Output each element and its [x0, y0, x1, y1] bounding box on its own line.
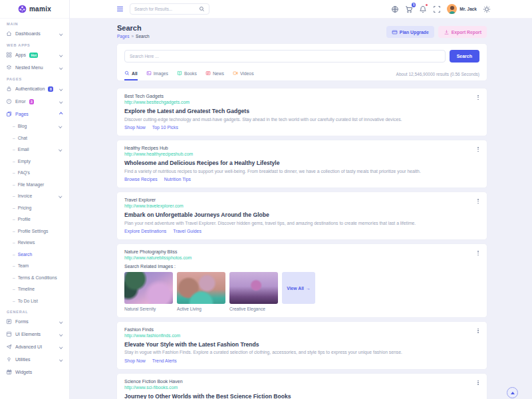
user-menu[interactable]: Mr. Jack [447, 4, 477, 14]
related-image-thumbnail[interactable] [124, 272, 173, 304]
sidebar-item-dashboards[interactable]: Dashboards [0, 27, 69, 40]
sidebar-subitem-blog[interactable]: Blog [0, 120, 69, 132]
sidebar-section-main: MAIN [0, 19, 69, 27]
fullscreen-icon[interactable] [433, 5, 441, 13]
results-meta: About 12,546,90000 results (0.56 Seconds… [396, 72, 479, 76]
sidebar-item-advanced-ui[interactable]: Advanced UI [0, 340, 69, 353]
news-icon [205, 70, 211, 76]
topbar-search-input[interactable] [134, 7, 196, 11]
result-url[interactable]: http://www.travelexplorer.com [124, 203, 479, 208]
sidebar-subitem-email[interactable]: Email [0, 144, 69, 156]
sidebar-subitem-search[interactable]: Search [0, 249, 69, 261]
sidebar-subitem-team[interactable]: Team [0, 260, 69, 272]
tab-all[interactable]: All [124, 67, 138, 80]
sidebar-item-error[interactable]: Error 3 [0, 95, 69, 108]
result-options-button[interactable] [475, 328, 481, 334]
result-link[interactable]: Travel Guides [173, 229, 201, 233]
result-link[interactable]: Browse Recipes [124, 177, 158, 182]
result-card: Science Fiction Book Haven http://www.sc… [117, 374, 487, 399]
result-site: Nature Photography Bliss [124, 249, 479, 254]
result-link[interactable]: Trend Alerts [152, 358, 177, 363]
chevron-down-icon [59, 332, 63, 336]
result-title[interactable]: Explore the Latest and Greatest Tech Gad… [124, 108, 479, 114]
related-image-thumbnail[interactable] [229, 272, 278, 304]
sidebar-subitem-to-do-list[interactable]: To Do List [0, 295, 69, 307]
result-site: Best Tech Gadgets [124, 94, 479, 98]
result-title[interactable]: Embark on Unforgettable Journeys Around … [124, 211, 479, 218]
tab-images[interactable]: Images [146, 67, 168, 80]
result-title[interactable]: Elevate Your Style with the Latest Fashi… [124, 341, 479, 348]
sidebar-item-widgets[interactable]: Widgets [0, 366, 69, 378]
result-options-button[interactable] [475, 94, 481, 100]
result-url[interactable]: http://www.fashionfinds.com [124, 333, 479, 338]
breadcrumb: Pages » Search [117, 34, 150, 39]
result-url[interactable]: http://www.natureblissphotos.com [124, 255, 479, 260]
sidebar-toggle-button[interactable] [117, 7, 123, 11]
gift-icon [6, 369, 12, 375]
related-images-heading: Search Related Images : [124, 264, 479, 269]
sidebar-item-forms[interactable]: Forms [0, 315, 69, 328]
related-image[interactable]: Active Living [177, 272, 225, 311]
result-link[interactable]: Nutrition Tips [164, 177, 191, 182]
result-title[interactable]: Wholesome and Delicious Recipes for a He… [124, 160, 479, 166]
home-icon [6, 31, 12, 37]
brand-logo[interactable]: mamix [0, 0, 69, 19]
sidebar-subitem-empty[interactable]: Empty [0, 156, 69, 168]
related-image[interactable]: Creative Elegance [229, 272, 278, 311]
view-all-button[interactable]: View All → [282, 272, 315, 304]
download-icon [444, 29, 450, 35]
result-url[interactable]: http://www.sci-fibooks.com [124, 385, 479, 390]
sidebar-subitem-profile-settings[interactable]: Profile Settings [0, 225, 69, 237]
sidebar-subitem-terms-conditions[interactable]: Terms & Conditions [0, 272, 69, 284]
grid-icon [6, 52, 12, 58]
sidebar-subitem-pricing[interactable]: Pricing [0, 202, 69, 214]
arrow-right-icon: → [306, 286, 311, 291]
related-image-caption: Creative Elegance [229, 307, 278, 311]
result-options-button[interactable] [475, 146, 481, 152]
result-link[interactable]: Shop Now [124, 358, 146, 363]
sidebar-subitem-chat[interactable]: Chat [0, 132, 69, 144]
language-icon[interactable] [391, 5, 399, 13]
search-input[interactable] [124, 50, 446, 63]
sidebar-item-ui-elements[interactable]: UI Elements [0, 328, 69, 340]
sidebar-item-label: Pages [15, 112, 29, 116]
sidebar-item-utilities[interactable]: Utilities [0, 353, 69, 366]
notifications-bell-icon[interactable] [419, 5, 427, 13]
result-site: Science Fiction Book Haven [124, 379, 479, 384]
cart-icon[interactable]: 5 [405, 5, 413, 13]
result-link[interactable]: Top 10 Picks [152, 125, 178, 130]
gear-icon[interactable] [483, 5, 491, 13]
form-icon [6, 319, 12, 325]
brand-logo-icon [18, 5, 27, 13]
sidebar-subitem-profile[interactable]: Profile [0, 213, 69, 225]
result-options-button[interactable] [475, 198, 481, 204]
result-title[interactable]: Journey to Other Worlds with the Best Sc… [124, 393, 479, 399]
related-image[interactable]: Natural Serenity [124, 272, 173, 311]
search-button[interactable]: Search [450, 50, 479, 63]
sidebar-subitem-invoice[interactable]: Invoice [0, 190, 69, 202]
sidebar-subitem-reviews[interactable]: Reviews [0, 237, 69, 249]
sidebar-item-nested-menu[interactable]: Nested Menu [0, 61, 69, 74]
result-options-button[interactable] [475, 380, 481, 386]
breadcrumb-parent[interactable]: Pages [117, 34, 129, 39]
result-link[interactable]: Shop Now [124, 125, 146, 130]
search-icon[interactable] [199, 6, 205, 12]
sidebar-subitem-faqs[interactable]: FAQ's [0, 167, 69, 179]
sidebar-item-label: Apps [15, 53, 26, 57]
sidebar-item-apps[interactable]: Apps Hot [0, 49, 69, 61]
plan-upgrade-button[interactable]: Plan Upgrade [386, 26, 434, 38]
tab-videos[interactable]: Videos [233, 67, 254, 80]
export-report-button[interactable]: Export Report [438, 26, 487, 38]
sidebar-subitem-timeline[interactable]: Timeline [0, 283, 69, 295]
sidebar-item-authentication[interactable]: Authentication 8 [0, 82, 69, 95]
result-link[interactable]: Explore Destinations [124, 229, 166, 233]
result-options-button[interactable] [475, 250, 481, 256]
related-image-thumbnail[interactable] [177, 272, 225, 304]
tab-books[interactable]: Books [177, 67, 197, 80]
scroll-to-top-button[interactable] [507, 387, 518, 398]
tab-news[interactable]: News [205, 67, 224, 80]
sidebar-item-pages[interactable]: Pages [0, 108, 69, 120]
result-url[interactable]: http://www.healthyrecipeshub.com [124, 152, 479, 156]
result-url[interactable]: http://www.besttechgadgets.com [124, 100, 479, 104]
sidebar-subitem-file-manager[interactable]: File Manager [0, 179, 69, 191]
